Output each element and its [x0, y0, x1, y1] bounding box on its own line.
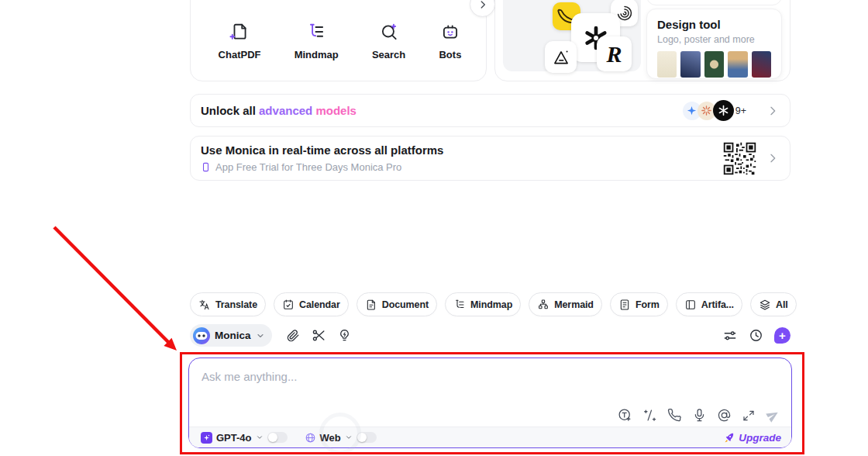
design-thumb — [704, 51, 724, 78]
plus-icon: + — [779, 330, 786, 341]
phone-icon — [667, 408, 682, 423]
composer-bottom-bar: GPT-4o Web Upgrade — [189, 427, 791, 447]
design-thumb — [752, 51, 771, 78]
inspiration-button[interactable] — [337, 328, 352, 343]
call-button[interactable] — [667, 408, 682, 423]
unlock-text: Unlock all advanced models — [201, 104, 356, 117]
mention-button[interactable] — [717, 408, 732, 423]
platform-row[interactable]: Use Monica in real-time across all platf… — [190, 136, 790, 181]
chevron-down-icon — [256, 331, 265, 340]
pill-mindmap[interactable]: Mindmap — [445, 292, 521, 316]
history-button[interactable] — [749, 328, 763, 343]
upgrade-button[interactable]: Upgrade — [723, 432, 781, 444]
settings-button[interactable] — [722, 328, 738, 344]
feature-chatpdf[interactable]: ChatPDF — [219, 22, 261, 60]
feature-card: ChatPDF Mindmap Search — [190, 0, 487, 81]
model-icons-group: 9+ — [683, 100, 746, 121]
expand-button[interactable] — [742, 409, 756, 423]
apps-card: R Design tool Logo, poster and more — [494, 0, 790, 81]
document-icon — [365, 299, 377, 311]
scissors-icon — [312, 328, 326, 343]
model-toggle[interactable] — [267, 432, 288, 443]
globe-icon — [305, 432, 316, 444]
text-style-button[interactable] — [618, 408, 632, 423]
models-count-badge: 9+ — [735, 105, 746, 116]
feature-label: Search — [372, 49, 405, 60]
platform-texts: Use Monica in real-time across all platf… — [201, 143, 443, 173]
monica-home-screen: ChatPDF Mindmap Search — [0, 0, 868, 456]
web-toggle[interactable] — [356, 432, 377, 443]
artifact-icon — [684, 299, 697, 311]
pill-calendar[interactable]: Calendar — [274, 292, 349, 316]
pill-label: Mindmap — [470, 299, 512, 310]
mindmap-icon — [306, 22, 326, 42]
voice-button[interactable] — [692, 408, 707, 423]
send-button[interactable] — [766, 408, 780, 423]
feature-bots[interactable]: Bots — [439, 22, 461, 60]
layers-icon — [759, 299, 771, 311]
send-icon — [766, 408, 780, 423]
monica-avatar — [193, 327, 210, 344]
mermaid-icon — [537, 299, 549, 311]
rocket-icon — [723, 432, 735, 444]
chevron-down-icon — [345, 434, 353, 441]
pill-document[interactable]: Document — [356, 292, 437, 316]
clock-icon — [749, 328, 763, 343]
text-size-icon — [618, 408, 632, 423]
design-tool-card[interactable]: Design tool Logo, poster and more — [646, 9, 782, 79]
web-access-selector[interactable]: Web — [305, 432, 353, 444]
assistant-selector[interactable]: Monica — [190, 324, 272, 347]
platform-title: Use Monica in real-time across all platf… — [201, 143, 443, 157]
chatpdf-icon — [229, 22, 250, 42]
ai-apps-cluster[interactable]: R — [503, 0, 641, 71]
qr-code — [722, 141, 757, 176]
feature-label: ChatPDF — [219, 49, 261, 60]
r-logo-icon: R — [597, 36, 632, 71]
prompt-slash-icon — [642, 408, 657, 423]
assistant-toolbar: Monica + — [190, 324, 790, 347]
chevron-right-icon — [766, 152, 779, 164]
assistant-name: Monica — [215, 330, 251, 341]
prompts-button[interactable] — [642, 408, 657, 423]
design-thumb — [657, 51, 677, 78]
chevron-right-icon — [766, 105, 779, 117]
attach-button[interactable] — [286, 328, 301, 343]
pill-label: Mermaid — [554, 299, 594, 310]
platform-subtitle: App Free Trial for Three Days Monica Pro — [215, 161, 401, 173]
card-above-design — [646, 0, 782, 5]
mindmap-icon — [453, 299, 466, 311]
composer-settings: + — [722, 327, 790, 344]
pill-label: Artifa... — [701, 299, 734, 310]
ask-input[interactable] — [202, 367, 604, 385]
pill-label: Document — [382, 299, 429, 310]
sliders-icon — [722, 328, 738, 344]
platform-subtitle-row: App Free Trial for Three Days Monica Pro — [201, 161, 443, 173]
triangle-icon — [545, 41, 577, 73]
composer-icon-row — [618, 408, 780, 423]
pill-artifacts[interactable]: Artifa... — [676, 292, 742, 316]
web-label: Web — [320, 432, 341, 444]
unlock-models-row[interactable]: Unlock all advanced models 9+ — [190, 94, 790, 127]
translate-icon — [198, 299, 211, 311]
design-thumb — [680, 51, 700, 78]
model-name: GPT-4o — [216, 432, 252, 444]
feature-search[interactable]: Search — [372, 22, 405, 60]
monica-bubble-button[interactable]: + — [774, 327, 790, 344]
chevron-down-icon — [256, 434, 264, 441]
design-tool-title: Design tool — [657, 18, 771, 31]
pill-translate[interactable]: Translate — [190, 292, 266, 316]
feature-label: Bots — [439, 49, 461, 60]
pill-all[interactable]: All — [750, 292, 797, 316]
form-icon — [618, 299, 631, 311]
pill-mermaid[interactable]: Mermaid — [529, 292, 602, 316]
at-sign-icon — [717, 408, 732, 423]
feature-mindmap[interactable]: Mindmap — [294, 22, 339, 60]
snip-button[interactable] — [312, 328, 326, 343]
model-selector[interactable]: GPT-4o — [201, 432, 264, 444]
expand-icon — [742, 409, 756, 423]
platform-right — [722, 141, 779, 176]
pill-label: Translate — [215, 299, 257, 310]
skill-pill-row: Translate Calendar Document Mindmap Merm… — [190, 292, 790, 316]
pill-form[interactable]: Form — [610, 292, 668, 316]
pill-label: Calendar — [299, 299, 340, 310]
